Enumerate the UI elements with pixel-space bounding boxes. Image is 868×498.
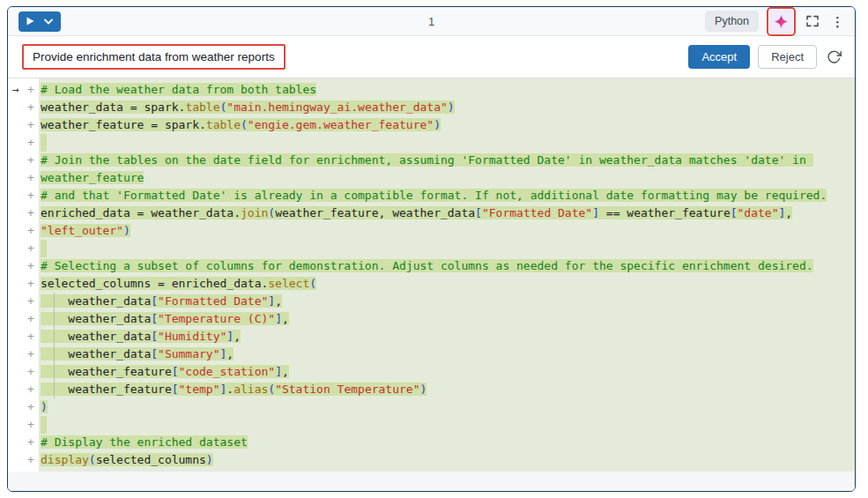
kebab-icon: ⋮: [831, 15, 844, 28]
annotation-box-prompt: Provide enrichment data from weather rep…: [22, 44, 286, 70]
diff-add-marker: +: [27, 169, 39, 187]
execution-arrow-icon: →: [8, 81, 27, 99]
code-lines: →+# Load the weather data from both tabl…: [8, 81, 855, 469]
diff-add-marker: +: [27, 416, 39, 434]
code-line: +: [8, 134, 855, 152]
code-line: + weather_data["Formatted Date"],: [8, 293, 855, 310]
code-line: +# Join the tables on the date field for…: [8, 152, 855, 169]
diff-add-marker: +: [27, 187, 39, 204]
regenerate-button[interactable]: [825, 48, 843, 66]
language-selector[interactable]: Python: [705, 11, 759, 32]
code-line: +# and that 'Formatted Date' is already …: [8, 187, 855, 204]
code-line: +# Selecting a subset of columns for dem…: [8, 257, 855, 275]
play-icon: [26, 17, 34, 26]
code-line: + weather_feature["code_station"],: [8, 363, 855, 381]
code-line: + weather_feature["temp"].alias("Station…: [8, 381, 855, 398]
reject-button[interactable]: Reject: [758, 45, 817, 69]
diff-add-marker: +: [27, 204, 39, 222]
diff-add-marker: +: [27, 451, 39, 469]
diff-add-marker: +: [27, 346, 39, 363]
diff-add-marker: +: [27, 81, 39, 99]
diff-add-marker: +: [27, 328, 39, 346]
diff-add-marker: +: [27, 222, 39, 240]
refresh-icon: [827, 49, 842, 64]
code-line: +weather_feature: [8, 169, 855, 187]
code-line: + weather_data["Summary"],: [8, 346, 855, 363]
diff-add-marker: +: [27, 310, 39, 328]
diff-add-marker: +: [27, 116, 39, 134]
code-editor[interactable]: →+# Load the weather data from both tabl…: [8, 78, 855, 491]
cell-toolbar: 1 Python: [8, 7, 855, 36]
diff-add-marker: +: [27, 363, 39, 381]
annotation-box-assistant-icon: [767, 7, 796, 36]
code-line: +"left_outer"): [8, 222, 855, 240]
diff-added-chunk: →+# Load the weather data from both tabl…: [8, 78, 855, 472]
diff-add-marker: +: [27, 152, 39, 169]
code-line: +enriched_data = weather_data.join(weath…: [8, 204, 855, 222]
diff-add-marker: +: [27, 434, 39, 451]
accept-button[interactable]: Accept: [688, 45, 750, 69]
code-line: +weather_feature = spark.table("engie.ge…: [8, 116, 855, 134]
code-line: + weather_data["Humidity"],: [8, 328, 855, 346]
diff-add-marker: +: [27, 134, 39, 152]
code-line: →+# Load the weather data from both tabl…: [8, 81, 855, 99]
diff-add-marker: +: [27, 381, 39, 398]
diff-add-marker: +: [27, 240, 39, 257]
code-line: +): [8, 398, 855, 416]
diff-add-marker: +: [27, 398, 39, 416]
diff-add-marker: +: [27, 293, 39, 310]
code-line: +selected_columns = enriched_data.select…: [8, 275, 855, 293]
assistant-prompt-input[interactable]: Provide enrichment data from weather rep…: [33, 50, 275, 63]
assistant-sparkle-button[interactable]: [769, 10, 793, 33]
expand-button[interactable]: [804, 12, 821, 30]
chevron-down-icon: [44, 19, 53, 25]
sparkle-icon: [774, 14, 789, 29]
diff-add-marker: +: [27, 99, 39, 116]
diff-add-marker: +: [27, 275, 39, 293]
assistant-prompt-bar: Provide enrichment data from weather rep…: [8, 36, 855, 78]
code-line: +: [8, 416, 855, 434]
kebab-menu-button[interactable]: ⋮: [829, 13, 846, 30]
code-line: + weather_data["Temperature (C)"],: [8, 310, 855, 328]
expand-icon: [805, 14, 820, 28]
code-line: +weather_data = spark.table("main.heming…: [8, 99, 855, 116]
code-line: +# Display the enriched dataset: [8, 434, 855, 451]
diff-add-marker: +: [27, 257, 39, 275]
run-button[interactable]: [19, 11, 61, 32]
code-line: +display(selected_columns): [8, 451, 855, 469]
notebook-cell: 1 Python: [7, 6, 856, 492]
code-line: +: [8, 240, 855, 257]
